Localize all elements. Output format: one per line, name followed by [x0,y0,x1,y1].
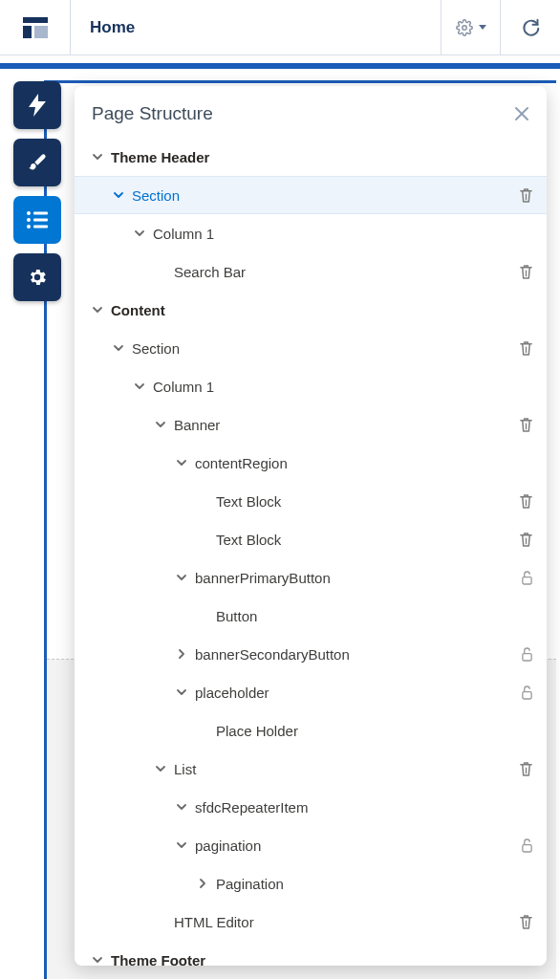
chevron-down-icon[interactable] [174,839,189,851]
page-title: Home [71,0,442,54]
tree-item-label: sfdcRepeaterItem [195,799,533,816]
chevron-down-icon[interactable] [153,763,168,774]
caret-down-icon [479,25,486,30]
tree-row[interactable]: Place Holder [75,711,547,750]
tree-row[interactable]: Pagination [75,864,547,903]
sidebar-item-theme[interactable] [13,139,61,186]
delete-button[interactable] [519,761,533,777]
delete-button[interactable] [519,493,533,510]
tree-row[interactable]: Section [75,176,547,214]
tree-item-label: bannerSecondaryButton [195,646,511,663]
svg-rect-5 [33,212,48,215]
svg-rect-7 [33,219,48,222]
chevron-down-icon[interactable] [174,801,189,813]
tree-row[interactable]: Theme Footer [75,941,547,966]
brush-icon [27,152,48,173]
tree-item-label: Banner [174,417,519,433]
tree-item-label: HTML Editor [174,914,519,930]
tree-row[interactable]: bannerPrimaryButton [75,558,547,597]
chevron-right-icon[interactable] [174,648,189,660]
tree-item-label: placeholder [195,685,511,701]
panel-title: Page Structure [92,103,213,124]
left-sidebar [13,81,61,301]
delete-button[interactable] [519,417,533,433]
panel-close-button[interactable] [514,106,529,121]
tree-item-label: pagination [195,838,511,854]
chevron-down-icon[interactable] [174,572,189,583]
tree-row[interactable]: sfdcRepeaterItem [75,788,547,826]
tree-row[interactable]: placeholder [75,673,547,711]
chevron-down-icon[interactable] [90,304,105,315]
gear-icon [456,19,473,36]
chevron-down-icon[interactable] [132,381,147,392]
chevron-down-icon[interactable] [174,457,189,468]
delete-button[interactable] [519,532,533,548]
sidebar-item-page-structure[interactable] [13,196,61,244]
tree-item-label: Theme Header [111,149,533,165]
lock-icon [521,647,533,662]
tree-row[interactable]: Content [75,291,547,329]
tree-row[interactable]: Section [75,329,547,367]
tree-item-label: Button [216,608,533,624]
tree-row[interactable]: List [75,750,547,788]
tree-row[interactable]: Button [75,597,547,635]
tree-row[interactable]: Text Block [75,520,547,558]
refresh-button[interactable] [501,0,560,54]
tree-row[interactable]: HTML Editor [75,903,547,941]
list-icon [27,211,48,228]
tree-item-label: Column 1 [153,226,533,242]
chevron-down-icon[interactable] [153,419,168,430]
tree-item-label: Section [132,340,519,357]
tree-item-label: Section [132,187,519,204]
delete-button[interactable] [519,340,533,357]
svg-point-3 [462,25,466,30]
tree-row[interactable]: Search Bar [75,252,547,291]
tree-item-label: List [174,761,519,777]
chevron-down-icon[interactable] [111,342,126,354]
tree-row[interactable]: Column 1 [75,367,547,405]
sidebar-item-components[interactable] [13,81,61,129]
page-settings-menu[interactable] [442,0,501,54]
lock-icon [521,685,533,700]
refresh-icon [521,18,540,37]
lock-icon [521,838,533,853]
tree-row[interactable]: Column 1 [75,214,547,252]
tree-row[interactable]: bannerSecondaryButton [75,635,547,673]
top-toolbar: Home [0,0,560,55]
tree-row[interactable]: pagination [75,826,547,864]
sidebar-item-settings[interactable] [13,253,61,301]
layout-icon [23,17,48,38]
page-structure-panel: Page Structure Theme HeaderSectionColumn… [75,86,547,966]
chevron-down-icon[interactable] [90,954,105,966]
svg-rect-0 [23,17,48,23]
lock-icon [521,571,533,585]
chevron-right-icon[interactable] [195,878,210,889]
tree-item-label: bannerPrimaryButton [195,570,511,586]
svg-rect-2 [34,26,48,38]
delete-button[interactable] [519,914,533,930]
tree-row[interactable]: Text Block [75,482,547,520]
gear-icon [27,267,48,288]
chevron-down-icon[interactable] [90,151,105,163]
svg-point-8 [27,225,31,228]
delete-button[interactable] [519,264,533,280]
chevron-down-icon[interactable] [132,228,147,239]
svg-rect-1 [23,26,32,38]
app-logo[interactable] [0,0,71,54]
delete-button[interactable] [519,187,533,204]
close-icon [514,106,529,121]
tree-item-label: Theme Footer [111,952,533,967]
svg-point-6 [27,218,31,222]
tree-item-label: Text Block [216,493,519,510]
tree-item-label: Text Block [216,532,519,548]
tree-row[interactable]: Theme Header [75,138,547,176]
svg-point-4 [27,211,31,215]
header-accent-bar [0,55,560,69]
tree-row[interactable]: Banner [75,405,547,444]
tree-row[interactable]: contentRegion [75,444,547,482]
chevron-down-icon[interactable] [111,189,126,201]
tree-item-label: Pagination [216,876,533,892]
tree-item-label: Content [111,302,533,318]
chevron-down-icon[interactable] [174,686,189,698]
structure-tree: Theme HeaderSectionColumn 1Search BarCon… [75,138,547,966]
